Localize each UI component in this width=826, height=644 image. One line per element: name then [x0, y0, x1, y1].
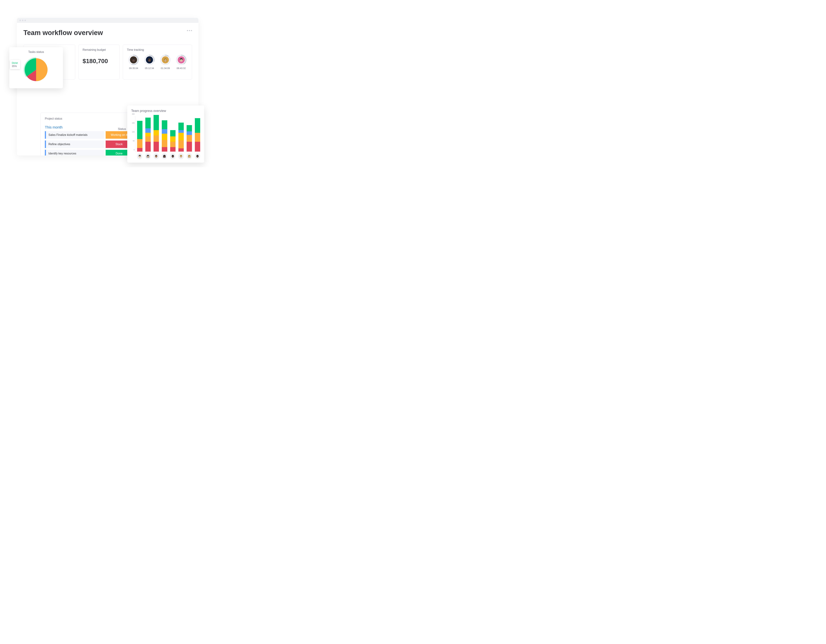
avatar[interactable]: 👨🏻	[137, 153, 142, 159]
bar-segment-stuck	[145, 142, 151, 152]
window-control-min-icon[interactable]	[22, 20, 23, 21]
time-tracking-person[interactable]: 👨🏻06:43:32	[174, 55, 188, 70]
bar-segment-stuck	[162, 147, 167, 152]
task-name: Sales Finalize kickoff materials	[45, 131, 104, 139]
bar-segment-working-on-it	[162, 140, 167, 147]
y-tick-label: 50	[133, 140, 135, 142]
stacked-bar[interactable]	[170, 130, 175, 152]
avatar[interactable]: 👩🏼	[186, 153, 192, 159]
bar-segment-working-on-it	[154, 135, 159, 142]
avatar[interactable]: 👩🏻	[145, 153, 151, 159]
team-progress-title: Team progress overview	[131, 109, 200, 113]
time-tracking-card[interactable]: Time tracking 👨🏿09:35:04👩🏿05:12:34👩🏼01:3…	[123, 45, 192, 79]
tasks-status-title: Tasks status	[9, 50, 63, 54]
tracked-time: 09:35:04	[129, 67, 138, 70]
task-name: Identify key resources	[45, 150, 104, 155]
dots-icon	[189, 30, 190, 31]
stacked-bar[interactable]	[186, 125, 192, 152]
stacked-bar-chart[interactable]: 050100150200	[135, 116, 200, 152]
bar-segment-on-hold	[154, 130, 159, 135]
progress-ring: 👨🏿	[128, 55, 139, 65]
chart-x-avatars: 👨🏻👩🏻👨🏽👩🏿👨🏿👨🏼👩🏼👨🏿	[137, 153, 200, 159]
budget-title: Remaining budget	[82, 48, 115, 51]
project-status-row[interactable]: Refine objectivesStuck	[45, 141, 132, 148]
more-options-button[interactable]	[187, 30, 192, 31]
avatar[interactable]: 👩🏿	[162, 153, 167, 159]
team-progress-card[interactable]: Team progress overview 050100150200 👨🏻👩🏻…	[127, 106, 204, 163]
window-control-max-icon[interactable]	[25, 20, 26, 21]
project-status-period[interactable]: This month	[45, 125, 62, 129]
tracked-time: 01:34:09	[161, 67, 170, 70]
bar-segment-stuck	[186, 142, 192, 152]
project-status-row[interactable]: Identify key resourcesDone	[45, 150, 132, 155]
window-titlebar	[17, 18, 199, 23]
progress-ring: 👩🏿	[144, 55, 155, 65]
progress-ring: 👩🏼	[160, 55, 171, 65]
time-tracking-person[interactable]: 👨🏿09:35:04	[127, 55, 140, 70]
avatar[interactable]: 👨🏿	[195, 153, 200, 159]
bar-segment-in-review	[186, 131, 192, 135]
stacked-bar[interactable]	[154, 115, 159, 152]
bar-segment-working-on-it	[195, 133, 200, 142]
bar-segment-done	[186, 125, 192, 131]
stacked-bar[interactable]	[179, 123, 184, 152]
tracked-time: 06:43:32	[177, 67, 186, 70]
bar-segment-working-on-it	[137, 139, 143, 148]
bar-segment-working-on-it	[186, 135, 192, 142]
project-status-title: Project status	[45, 117, 132, 120]
bar-segment-stuck	[137, 148, 143, 152]
bar-segment-done	[137, 121, 143, 139]
task-name: Refine objectives	[45, 141, 104, 148]
bar-segment-stuck	[170, 147, 175, 152]
budget-amount: $180,700	[82, 57, 115, 65]
bar-segment-done	[154, 115, 159, 130]
y-tick-label: 200	[132, 113, 135, 115]
pie-slice-working-on-it[interactable]	[36, 58, 48, 81]
stacked-bar[interactable]	[145, 118, 151, 152]
dots-icon	[187, 30, 188, 31]
project-status-row[interactable]: Sales Finalize kickoff materialsWorking …	[45, 131, 132, 139]
avatar: 👨🏻	[178, 56, 185, 64]
bar-segment-stuck	[179, 148, 184, 152]
tracked-time: 05:12:34	[145, 67, 154, 70]
status-column-header: Status	[118, 127, 126, 131]
bar-segment-stuck	[195, 142, 200, 152]
bar-segment-in-review	[179, 130, 184, 133]
pie-tooltip-label: Done	[12, 61, 18, 65]
pie-chart-icon	[22, 55, 50, 83]
project-status-card[interactable]: Project status This month Status Sales F…	[40, 113, 137, 155]
y-tick-label: 100	[132, 131, 135, 133]
tasks-status-pie[interactable]	[22, 55, 50, 83]
avatar: 👩🏼	[162, 56, 169, 64]
bar-segment-in-review	[145, 128, 151, 133]
stacked-bar[interactable]	[195, 118, 200, 152]
bar-segment-working-on-it	[179, 140, 184, 148]
avatar[interactable]: 👨🏽	[154, 153, 159, 159]
stacked-bar[interactable]	[162, 120, 167, 152]
y-tick-label: 0	[134, 149, 135, 151]
remaining-budget-card[interactable]: Remaining budget $180,700	[78, 45, 120, 79]
bar-segment-done	[179, 123, 184, 130]
bar-segment-on-hold	[145, 133, 151, 137]
time-tracking-person[interactable]: 👩🏿05:12:34	[143, 55, 156, 70]
bar-segment-on-hold	[162, 134, 167, 140]
pie-tooltip-value: 35%	[12, 65, 18, 68]
stacked-bar[interactable]	[137, 121, 143, 152]
bar-segment-done	[145, 118, 151, 128]
y-axis-ticks: 050100150200	[131, 116, 135, 152]
window-control-close-icon[interactable]	[20, 20, 21, 21]
bar-segment-on-hold	[179, 133, 184, 140]
project-status-rows: Sales Finalize kickoff materialsWorking …	[45, 131, 132, 155]
bar-segment-in-review	[162, 129, 167, 134]
avatar: 👨🏿	[130, 56, 137, 64]
avatar[interactable]: 👨🏿	[170, 153, 175, 159]
bar-segment-done	[162, 120, 167, 129]
bar-segment-working-on-it	[145, 137, 151, 142]
bar-segment-done	[195, 118, 200, 133]
bar-segment-on-hold	[170, 137, 175, 142]
bar-segment-stuck	[154, 142, 159, 152]
bar-segment-working-on-it	[170, 142, 175, 147]
time-tracking-person[interactable]: 👩🏼01:34:09	[159, 55, 172, 70]
avatar[interactable]: 👨🏼	[178, 153, 183, 159]
dots-icon	[191, 30, 192, 31]
